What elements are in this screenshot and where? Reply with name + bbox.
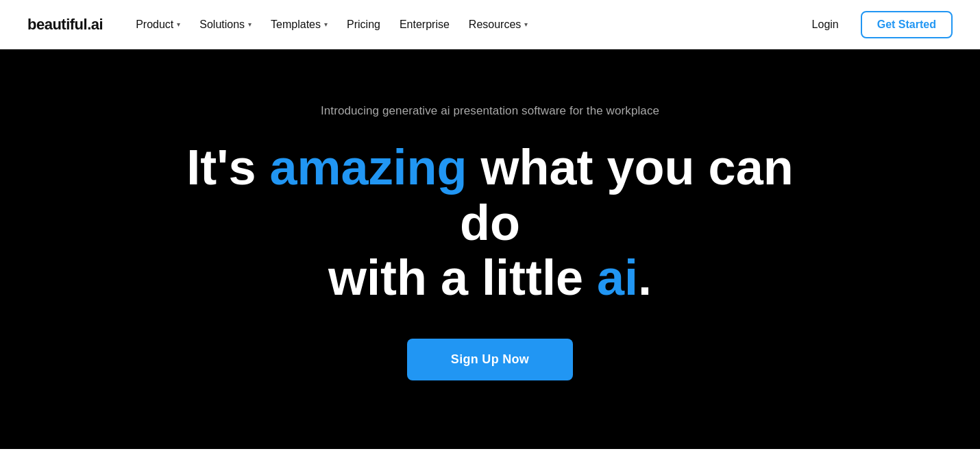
nav-label-enterprise: Enterprise bbox=[400, 19, 450, 31]
nav-item-product[interactable]: Product ▾ bbox=[127, 13, 188, 36]
chevron-down-icon: ▾ bbox=[324, 21, 328, 28]
nav-label-solutions: Solutions bbox=[199, 19, 245, 31]
hero-title-period: . bbox=[638, 250, 652, 305]
nav-item-resources[interactable]: Resources ▾ bbox=[461, 13, 536, 36]
nav-links: Product ▾ Solutions ▾ Templates ▾ Pricin… bbox=[127, 13, 536, 36]
hero-title-highlight2: ai bbox=[597, 250, 638, 305]
nav-label-product: Product bbox=[136, 19, 173, 31]
hero-title-part1: It's bbox=[186, 140, 269, 195]
bottom-strip-inner bbox=[45, 449, 935, 473]
navbar-right: Login Get Started bbox=[801, 11, 953, 38]
get-started-button[interactable]: Get Started bbox=[861, 11, 953, 38]
nav-label-templates: Templates bbox=[271, 19, 321, 31]
hero-subtitle: Introducing generative ai presentation s… bbox=[321, 104, 659, 118]
signup-button[interactable]: Sign Up Now bbox=[407, 339, 573, 380]
nav-item-enterprise[interactable]: Enterprise bbox=[391, 13, 458, 36]
hero-title-part3: with a little bbox=[328, 250, 597, 305]
login-button[interactable]: Login bbox=[801, 13, 850, 36]
chevron-down-icon: ▾ bbox=[177, 21, 180, 28]
hero-title-highlight1: amazing bbox=[269, 140, 467, 195]
chevron-down-icon: ▾ bbox=[524, 21, 528, 28]
chevron-down-icon: ▾ bbox=[248, 21, 252, 28]
hero-title: It's amazing what you can dowith a littl… bbox=[182, 140, 798, 306]
logo[interactable]: beautiful.ai bbox=[27, 16, 103, 34]
nav-label-pricing: Pricing bbox=[347, 19, 380, 31]
nav-item-solutions[interactable]: Solutions ▾ bbox=[191, 13, 260, 36]
bottom-strip bbox=[0, 449, 980, 473]
hero-section: Introducing generative ai presentation s… bbox=[0, 49, 980, 449]
nav-label-resources: Resources bbox=[469, 19, 521, 31]
hero-title-part2: what you can do bbox=[460, 140, 794, 250]
nav-item-pricing[interactable]: Pricing bbox=[339, 13, 389, 36]
navbar: beautiful.ai Product ▾ Solutions ▾ Templ… bbox=[0, 0, 980, 49]
navbar-left: beautiful.ai Product ▾ Solutions ▾ Templ… bbox=[27, 13, 536, 36]
nav-item-templates[interactable]: Templates ▾ bbox=[262, 13, 336, 36]
